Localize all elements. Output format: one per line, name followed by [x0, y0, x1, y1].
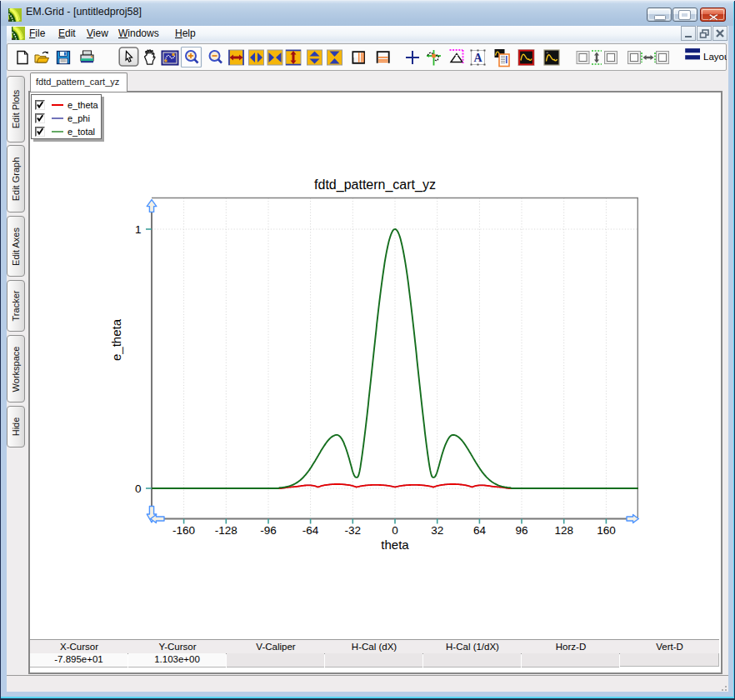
- svg-text:theta: theta: [381, 538, 409, 552]
- svg-text:32: 32: [431, 524, 443, 537]
- svg-text:1: 1: [135, 223, 142, 236]
- svg-text:Layout: Layout: [703, 52, 727, 62]
- svg-text:0: 0: [392, 524, 398, 537]
- svg-text:-96: -96: [260, 524, 277, 537]
- svg-text:-64: -64: [302, 524, 319, 537]
- svg-text:0: 0: [135, 482, 142, 495]
- svg-text:-160: -160: [172, 524, 195, 537]
- svg-text:96: 96: [515, 524, 528, 537]
- svg-text:A: A: [473, 52, 482, 64]
- svg-text:160: 160: [597, 524, 616, 537]
- svg-text:-128: -128: [215, 524, 238, 537]
- svg-text:fdtd_pattern_cart_yz: fdtd_pattern_cart_yz: [314, 178, 436, 192]
- svg-text:128: 128: [554, 524, 573, 537]
- svg-text:64: 64: [473, 524, 487, 537]
- svg-text:-32: -32: [345, 524, 362, 537]
